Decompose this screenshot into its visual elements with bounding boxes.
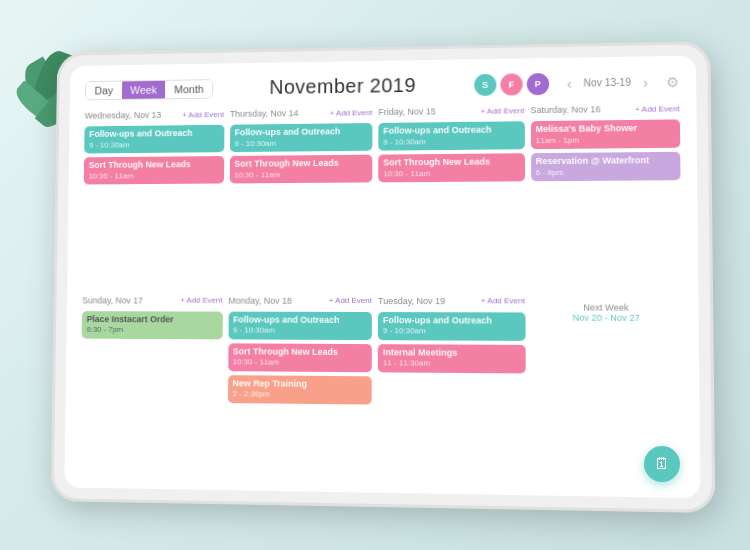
day-header-0-2: Friday, Nov 15+ Add Event xyxy=(378,105,524,117)
month-title: November 2019 xyxy=(223,73,464,99)
tablet-screen: Day Week Month November 2019 S F P ‹ Nov… xyxy=(64,56,700,499)
avatar-p[interactable]: P xyxy=(527,72,549,94)
event-card-1-1-1[interactable]: Sort Through New Leads10:30 - 11am xyxy=(228,343,372,372)
fab-icon: 🗓 xyxy=(654,455,670,473)
event-card-0-1-1[interactable]: Sort Through New Leads10:30 - 11am xyxy=(229,155,372,184)
day-name-0-3: Saturday, Nov 16 xyxy=(530,104,600,115)
day-col-1-0: Sunday, Nov 17+ Add EventPlace Instacart… xyxy=(80,295,223,478)
event-card-0-0-0[interactable]: Follow-ups and Outreach9 - 10:30am xyxy=(84,125,224,154)
day-name-0-0: Wednesday, Nov 13 xyxy=(85,110,162,121)
next-week-button[interactable]: › xyxy=(635,72,656,92)
nav-group: ‹ Nov 13-19 › xyxy=(559,72,656,93)
avatar-group: S F P xyxy=(474,72,549,95)
date-range-label: Nov 13-19 xyxy=(584,77,631,89)
event-card-1-0-0[interactable]: Place Instacart Order6:30 - 7pm xyxy=(82,311,223,339)
event-card-0-3-0[interactable]: Melissa's Baby Shower11am - 1pm xyxy=(530,119,680,149)
view-toggle: Day Week Month xyxy=(85,79,213,100)
view-week-button[interactable]: Week xyxy=(122,80,166,98)
event-card-0-2-1[interactable]: Sort Through New Leads10:30 - 11am xyxy=(378,153,524,182)
add-event-btn-0-1[interactable]: + Add Event xyxy=(330,108,373,117)
add-event-btn-0-2[interactable]: + Add Event xyxy=(480,106,524,116)
settings-icon[interactable]: ⚙ xyxy=(666,73,680,89)
day-col-0-0: Wednesday, Nov 13+ Add EventFollow-ups a… xyxy=(82,109,224,289)
event-card-1-1-2[interactable]: New Rep Training2 - 2:30pm xyxy=(228,375,372,404)
event-card-1-2-1[interactable]: Internal Meetings11 - 11:30am xyxy=(378,344,525,373)
day-header-0-3: Saturday, Nov 16+ Add Event xyxy=(530,103,679,115)
day-name-1-0: Sunday, Nov 17 xyxy=(82,295,143,305)
day-col-0-1: Thursday, Nov 14+ Add EventFollow-ups an… xyxy=(228,107,372,289)
day-col-1-2: Tuesday, Nov 19+ Add EventFollow-ups and… xyxy=(378,296,526,483)
avatar-s[interactable]: S xyxy=(474,73,496,95)
event-card-0-1-0[interactable]: Follow-ups and Outreach9 - 10:30am xyxy=(230,123,373,152)
day-header-0-0: Wednesday, Nov 13+ Add Event xyxy=(85,109,224,120)
add-event-btn-1-0[interactable]: + Add Event xyxy=(180,296,222,305)
day-header-1-0: Sunday, Nov 17+ Add Event xyxy=(82,295,222,305)
next-week-panel: Next WeekNov 20 - Nov 27 xyxy=(531,302,682,335)
week2-grid: Sunday, Nov 17+ Add EventPlace Instacart… xyxy=(80,295,684,485)
next-week-label: Next Week xyxy=(583,302,628,312)
day-header-1-2: Tuesday, Nov 19+ Add Event xyxy=(378,296,525,306)
add-event-btn-0-0[interactable]: + Add Event xyxy=(182,110,224,119)
event-card-0-3-1[interactable]: Reservation @ Waterfront6 - 8pm xyxy=(531,152,681,182)
view-month-button[interactable]: Month xyxy=(165,80,212,98)
day-name-1-2: Tuesday, Nov 19 xyxy=(378,296,445,306)
view-day-button[interactable]: Day xyxy=(86,81,122,99)
day-header-1-1: Monday, Nov 18+ Add Event xyxy=(228,295,372,305)
add-event-btn-1-1[interactable]: + Add Event xyxy=(329,296,372,305)
day-name-0-2: Friday, Nov 15 xyxy=(378,106,436,117)
calendar-header: Day Week Month November 2019 S F P ‹ Nov… xyxy=(85,70,680,101)
event-card-0-0-1[interactable]: Sort Through New Leads10:30 - 11am xyxy=(84,156,224,185)
day-name-0-1: Thursday, Nov 14 xyxy=(230,108,299,119)
add-event-btn-0-3[interactable]: + Add Event xyxy=(635,104,680,114)
event-card-1-1-0[interactable]: Follow-ups and Outreach9 - 10:30am xyxy=(228,311,372,340)
avatar-f[interactable]: F xyxy=(500,73,522,95)
prev-week-button[interactable]: ‹ xyxy=(559,73,580,93)
next-week-dates: Nov 20 - Nov 27 xyxy=(572,312,639,322)
tablet-frame: Day Week Month November 2019 S F P ‹ Nov… xyxy=(51,41,716,513)
day-col-1-1: Monday, Nov 18+ Add EventFollow-ups and … xyxy=(227,295,372,480)
day-name-1-1: Monday, Nov 18 xyxy=(228,295,292,305)
fab-button[interactable]: 🗓 xyxy=(644,446,680,482)
add-event-btn-1-2[interactable]: + Add Event xyxy=(481,296,525,305)
event-card-1-2-0[interactable]: Follow-ups and Outreach9 - 10:30am xyxy=(378,312,525,341)
day-col-0-3: Saturday, Nov 16+ Add EventMelissa's Bab… xyxy=(530,103,681,290)
day-header-0-1: Thursday, Nov 14+ Add Event xyxy=(230,107,373,119)
week1-grid: Wednesday, Nov 13+ Add EventFollow-ups a… xyxy=(82,103,681,290)
event-card-0-2-0[interactable]: Follow-ups and Outreach9 - 10:30am xyxy=(378,121,524,150)
day-col-0-2: Friday, Nov 15+ Add EventFollow-ups and … xyxy=(378,105,525,289)
